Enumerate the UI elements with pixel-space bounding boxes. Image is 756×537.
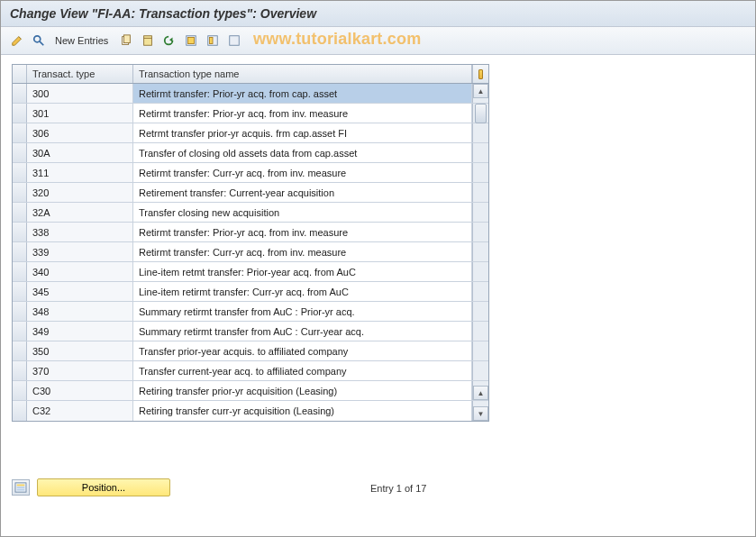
cell-transaction-type[interactable]: 30A [27,143,133,162]
row-selector[interactable] [13,262,27,281]
table-row: 320Retirement transfer: Current-year acq… [13,183,488,203]
cell-transaction-name[interactable]: Transfer closing new acquisition [133,203,472,222]
cell-transaction-type[interactable]: 345 [27,282,133,301]
table-row: 345Line-item retirmt transfer: Curr-yr a… [13,282,488,302]
row-selector[interactable] [13,381,27,400]
scroll-gutter: ▼ [472,401,488,421]
cell-transaction-type[interactable]: 338 [27,223,133,241]
cell-transaction-type[interactable]: 340 [27,262,133,281]
row-selector[interactable] [13,104,27,123]
cell-transaction-type[interactable]: 339 [27,242,133,261]
cell-transaction-type[interactable]: 311 [27,163,133,182]
cell-transaction-type[interactable]: 320 [27,183,133,202]
table-body: 300Retirmt transfer: Prior-yr acq. from … [13,84,488,421]
scroll-gutter [472,341,488,360]
svg-rect-8 [188,38,195,44]
scroll-gutter [472,282,488,301]
cell-transaction-name[interactable]: Transfer of closing old assets data from… [133,143,472,162]
scroll-gutter [472,163,488,182]
table-row: 306Retrmt transfer prior-yr acquis. frm … [13,123,488,143]
cell-transaction-name[interactable]: Retrmt transfer prior-yr acquis. frm cap… [133,123,472,142]
row-selector[interactable] [13,203,27,222]
row-selector[interactable] [13,143,27,162]
cell-transaction-name[interactable]: Transfer current-year acq. to affiliated… [133,361,472,380]
svg-rect-15 [17,489,25,491]
position-icon[interactable] [12,479,30,496]
svg-marker-6 [169,38,173,42]
table-row: 350Transfer prior-year acquis. to affili… [13,341,488,361]
table-row: 340Line-item retmt transfer: Prior-year … [13,262,488,282]
scroll-gutter [472,183,488,202]
select-block-icon[interactable] [204,32,222,50]
svg-rect-14 [17,487,25,488]
select-all-icon[interactable] [182,32,200,50]
cell-transaction-name[interactable]: Retirmt transfer: Prior-yr acq. from inv… [133,104,472,123]
cell-transaction-name[interactable]: Transfer prior-year acquis. to affiliate… [133,341,472,360]
scroll-gutter: ▲ [472,84,488,103]
transaction-types-table: Transact. type Transaction type name 300… [12,64,489,422]
row-selector[interactable] [13,183,27,202]
cell-transaction-type[interactable]: 349 [27,322,133,341]
row-selector[interactable] [13,282,27,301]
scroll-up-icon[interactable]: ▲ [473,84,488,98]
cell-transaction-name[interactable]: Retirmt transfer: Curr-yr acq. from inv.… [133,163,472,182]
cell-transaction-type[interactable]: 348 [27,302,133,321]
cell-transaction-type[interactable]: 300 [27,84,133,103]
cell-transaction-type[interactable]: C32 [27,401,133,421]
cell-transaction-name[interactable]: Summary retirmt transfer from AuC : Prio… [133,302,472,321]
position-button[interactable]: Position... [37,478,170,496]
cell-transaction-type[interactable]: 350 [27,341,133,360]
table-row: 339Retirmt transfer: Curr-yr acq. from i… [13,242,488,262]
delete-icon[interactable] [139,32,157,50]
cell-transaction-type[interactable]: C30 [27,381,133,400]
row-selector[interactable] [13,401,27,421]
copy-as-icon[interactable] [117,32,135,50]
find-icon[interactable] [30,32,48,50]
cell-transaction-type[interactable]: 32A [27,203,133,222]
table-row: 348Summary retirmt transfer from AuC : P… [13,302,488,322]
cell-transaction-type[interactable]: 301 [27,104,133,123]
cell-transaction-name[interactable]: Retiring transfer curr-yr acquisition (L… [133,401,472,421]
scroll-down-icon[interactable]: ▼ [473,406,488,421]
scroll-page-up-icon[interactable]: ▲ [473,386,488,400]
cell-transaction-name[interactable]: Retirmt transfer: Curr-yr acq. from inv.… [133,242,472,261]
application-toolbar: New Entries www.tutorialkart.com [1,27,755,55]
row-selector[interactable] [13,242,27,261]
column-header-type[interactable]: Transact. type [27,65,133,83]
new-entries-button[interactable]: New Entries [55,32,108,50]
svg-rect-11 [230,36,240,46]
row-selector[interactable] [13,302,27,321]
row-selector[interactable] [13,361,27,380]
row-selector[interactable] [13,84,27,103]
row-selector[interactable] [13,341,27,360]
table-row: 300Retirmt transfer: Prior-yr acq. from … [13,84,488,104]
cell-transaction-type[interactable]: 306 [27,123,133,142]
cell-transaction-name[interactable]: Retirement transfer: Current-year acquis… [133,183,472,202]
cell-transaction-name[interactable]: Retirmt transfer: Prior-yr acq. from inv… [133,223,472,241]
table-row: 32ATransfer closing new acquisition [13,203,488,223]
cell-transaction-type[interactable]: 370 [27,361,133,380]
cell-transaction-name[interactable]: Retirmt transfer: Prior-yr acq. from cap… [133,84,472,103]
scroll-gutter [472,322,488,341]
svg-point-0 [34,36,41,42]
svg-rect-13 [17,485,25,487]
footer-bar: Position... [12,478,170,496]
entry-counter: Entry 1 of 17 [370,483,426,494]
row-selector[interactable] [13,163,27,182]
table-row: 338Retirmt transfer: Prior-yr acq. from … [13,223,488,242]
toggle-display-change-icon[interactable] [8,32,26,50]
cell-transaction-name[interactable]: Retiring transfer prior-yr acquisition (… [133,381,472,400]
cell-transaction-name[interactable]: Summary retirmt transfer from AuC : Curr… [133,322,472,341]
table-row: C30Retiring transfer prior-yr acquisitio… [13,381,488,401]
column-header-name[interactable]: Transaction type name [133,65,472,83]
table-settings-icon[interactable] [472,65,488,83]
cell-transaction-name[interactable]: Line-item retirmt transfer: Curr-yr acq.… [133,282,472,301]
cell-transaction-name[interactable]: Line-item retmt transfer: Prior-year acq… [133,262,472,281]
row-selector[interactable] [13,322,27,341]
row-selector[interactable] [13,123,27,142]
row-selector[interactable] [13,223,27,241]
undo-change-icon[interactable] [160,32,178,50]
scroll-thumb[interactable] [475,104,487,123]
svg-rect-10 [210,38,214,44]
deselect-all-icon[interactable] [225,32,243,50]
